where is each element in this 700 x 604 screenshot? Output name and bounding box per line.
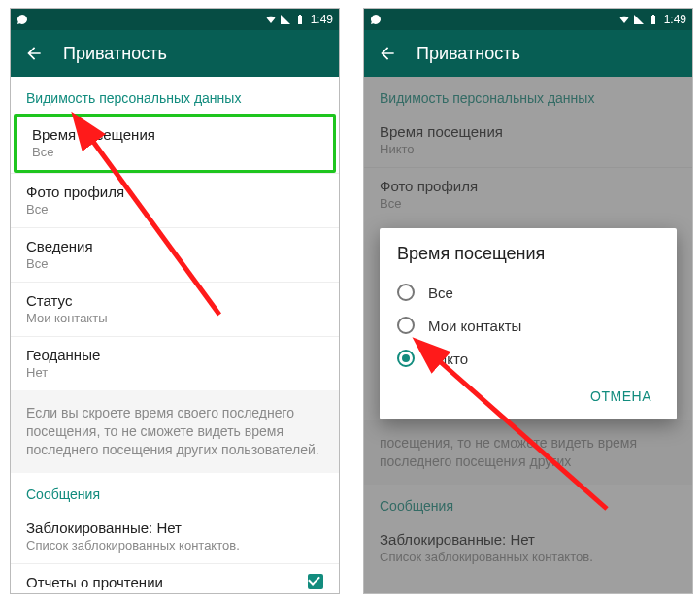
statusbar: 1:49 [11, 9, 339, 30]
checkbox-icon[interactable] [308, 574, 323, 589]
radio-everyone[interactable]: Все [397, 276, 659, 309]
radio-label: Никто [428, 351, 468, 367]
note-text: Если вы скроете время своего последнего … [11, 390, 339, 473]
dialog-title: Время посещения [397, 244, 659, 264]
page-title: Приватность [63, 44, 167, 64]
radio-label: Мои контакты [428, 318, 521, 334]
last-seen-label: Время посещения [32, 126, 317, 143]
photo-label: Фото профиля [26, 184, 323, 200]
status-value: Мои контакты [26, 311, 323, 325]
item-photo[interactable]: Фото профиля Все [11, 174, 339, 227]
radio-icon [397, 317, 415, 334]
item-blocked[interactable]: Заблокированные: Нет Список заблокирован… [11, 510, 339, 563]
appbar: Приватность [364, 30, 692, 77]
radio-nobody[interactable]: Никто [397, 342, 659, 375]
arrow-left-icon [378, 44, 397, 63]
photo-value: Все [26, 202, 323, 217]
statusbar: 1:49 [364, 9, 692, 30]
last-seen-value: Все [32, 145, 317, 159]
item-status[interactable]: Статус Мои контакты [11, 283, 339, 336]
wifi-icon [265, 14, 277, 25]
radio-label: Все [428, 285, 453, 301]
item-last-seen[interactable]: Время посещения Все [14, 114, 336, 173]
battery-icon [648, 14, 659, 25]
battery-icon [294, 14, 306, 25]
section-messages: Сообщения [11, 473, 339, 510]
cancel-button[interactable]: ОТМЕНА [583, 381, 659, 412]
about-value: Все [26, 256, 323, 271]
status-time: 1:49 [664, 13, 686, 26]
blocked-sub: Список заблокированных контактов. [26, 538, 323, 553]
item-receipts[interactable]: Отчеты о прочтении [11, 564, 339, 594]
location-label: Геоданные [26, 347, 323, 363]
dialog-last-seen: Время посещения Все Мои контакты Никто О… [380, 228, 677, 419]
signal-icon [280, 14, 291, 25]
back-button[interactable] [376, 42, 399, 65]
phone-right: 1:49 Приватность Видимость персональных … [363, 8, 693, 594]
receipts-label: Отчеты о прочтении [26, 574, 163, 590]
back-button[interactable] [22, 42, 46, 65]
radio-icon [397, 284, 415, 301]
item-location[interactable]: Геоданные Нет [11, 337, 339, 390]
section-visibility: Видимость персональных данных [11, 77, 339, 114]
wifi-icon [618, 14, 630, 25]
whatsapp-icon [17, 14, 28, 25]
blocked-label: Заблокированные: Нет [26, 520, 323, 536]
location-value: Нет [26, 365, 323, 380]
appbar: Приватность [11, 30, 339, 77]
whatsapp-icon [370, 14, 382, 25]
page-title: Приватность [417, 44, 520, 64]
radio-icon [397, 350, 415, 367]
arrow-left-icon [24, 44, 44, 63]
phone-left: 1:49 Приватность Видимость персональных … [10, 8, 340, 594]
status-label: Статус [26, 292, 323, 309]
signal-icon [633, 14, 645, 25]
radio-contacts[interactable]: Мои контакты [397, 309, 659, 342]
item-about[interactable]: Сведения Все [11, 228, 339, 282]
status-time: 1:49 [311, 13, 333, 26]
about-label: Сведения [26, 238, 323, 254]
